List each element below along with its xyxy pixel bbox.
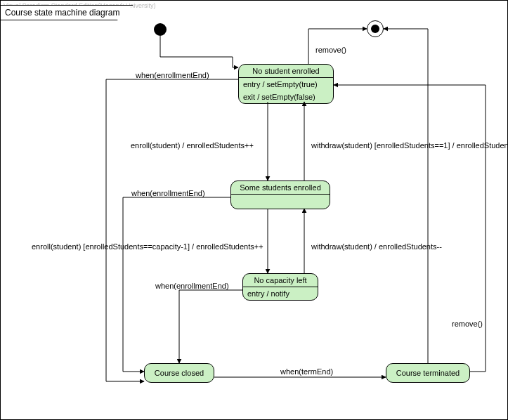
- final-state[interactable]: [367, 20, 384, 37]
- frame-title: Course state machine diagram: [5, 8, 119, 18]
- state-entry-action: entry / setEmpty(true): [239, 78, 333, 91]
- transition-label-remove-2: remove(): [452, 320, 483, 328]
- final-state-inner: [371, 25, 379, 33]
- initial-state[interactable]: [154, 23, 167, 36]
- state-exit-action: exit / setEmpty(false): [239, 91, 333, 103]
- state-entry-action: entry / notify: [243, 287, 318, 300]
- state-some-students-enrolled[interactable]: Some students enrolled: [230, 181, 330, 209]
- transition-label-enrollment-end-3: when(enrollmentEnd): [155, 282, 229, 290]
- state-no-capacity-left[interactable]: No capacity left entry / notify: [242, 273, 318, 301]
- state-body-empty: [231, 195, 330, 209]
- transition-label-enrollment-end-2: when(enrollmentEnd): [131, 189, 205, 197]
- state-no-student-enrolled[interactable]: No student enrolled entry / setEmpty(tru…: [238, 64, 334, 104]
- frame-title-tab: Course state machine diagram: [1, 5, 133, 20]
- transition-label-enroll-1: enroll(student) / enrolledStudents++: [131, 141, 254, 150]
- state-title: Course terminated: [386, 367, 469, 379]
- transition-label-enrollment-end-1: when(enrollmentEnd): [136, 71, 209, 79]
- state-course-closed[interactable]: Course closed: [144, 363, 214, 383]
- transition-label-withdraw-2: withdraw(student) / enrolledStudents--: [311, 242, 442, 251]
- state-course-terminated[interactable]: Course terminated: [386, 363, 470, 383]
- state-title: Some students enrolled: [231, 181, 330, 194]
- transition-label-withdraw-1: withdraw(student) [enrolledStudents==1] …: [311, 141, 508, 150]
- transition-label-enroll-2: enroll(student) [enrolledStudents==capac…: [32, 242, 263, 251]
- state-title: Course closed: [145, 367, 214, 379]
- diagram-canvas: Visual Paradigm Standard Edition(Masaryk…: [0, 0, 508, 420]
- transition-label-term-end: when(termEnd): [280, 367, 333, 376]
- state-title: No capacity left: [243, 274, 318, 287]
- state-title: No student enrolled: [239, 65, 333, 77]
- transition-label-remove-1: remove(): [315, 46, 346, 54]
